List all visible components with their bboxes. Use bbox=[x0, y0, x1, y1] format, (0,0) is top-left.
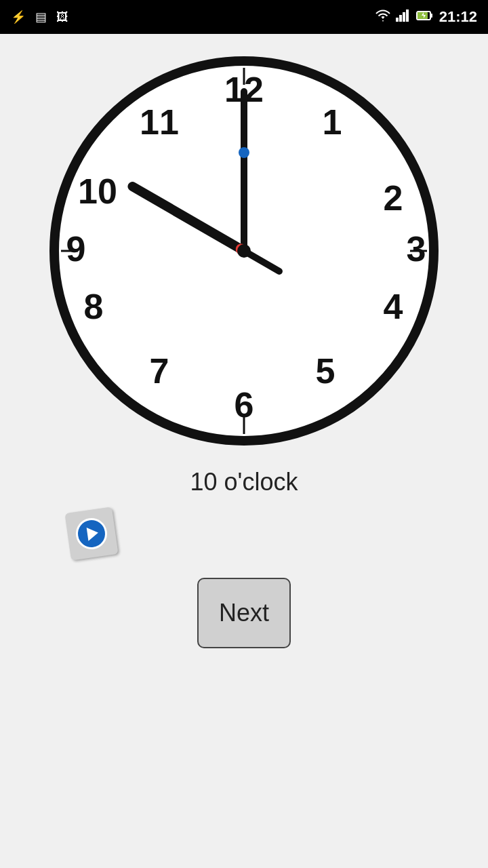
usb-icon: ⚡ bbox=[11, 9, 26, 24]
status-bar: ⚡ ▤ 🖼 bbox=[0, 0, 488, 34]
svg-text:5: 5 bbox=[316, 351, 336, 391]
wifi-icon bbox=[375, 9, 390, 25]
signal-icon bbox=[396, 9, 411, 25]
svg-text:7: 7 bbox=[150, 351, 169, 391]
clock-face: 12 1 2 3 4 5 6 7 8 9 10 11 bbox=[41, 47, 447, 454]
main-content: 12 1 2 3 4 5 6 7 8 9 10 11 bbox=[0, 34, 488, 868]
play-circle-icon bbox=[74, 516, 109, 551]
svg-rect-2 bbox=[403, 12, 405, 22]
svg-text:10: 10 bbox=[78, 172, 117, 211]
clock-label: 10 o'clock bbox=[190, 468, 298, 496]
svg-text:11: 11 bbox=[140, 102, 179, 142]
play-button[interactable] bbox=[64, 507, 118, 560]
svg-rect-3 bbox=[406, 9, 409, 22]
play-triangle-icon bbox=[86, 526, 99, 541]
svg-text:1: 1 bbox=[323, 102, 342, 142]
screenshot-icon: 🖼 bbox=[56, 10, 68, 24]
svg-rect-1 bbox=[399, 15, 402, 22]
svg-rect-5 bbox=[430, 14, 432, 18]
clock-container: 12 1 2 3 4 5 6 7 8 9 10 11 bbox=[41, 47, 447, 454]
next-button[interactable]: Next bbox=[197, 578, 291, 648]
svg-text:8: 8 bbox=[84, 287, 104, 326]
media-icon: ▤ bbox=[35, 9, 47, 24]
svg-rect-0 bbox=[396, 18, 399, 22]
svg-text:4: 4 bbox=[384, 287, 403, 326]
svg-text:2: 2 bbox=[384, 178, 403, 218]
status-time: 21:12 bbox=[439, 8, 477, 26]
svg-text:3: 3 bbox=[407, 229, 426, 269]
battery-icon bbox=[416, 10, 434, 24]
svg-point-25 bbox=[239, 147, 249, 158]
play-area bbox=[0, 510, 488, 557]
svg-point-29 bbox=[237, 244, 251, 258]
svg-text:9: 9 bbox=[66, 229, 86, 269]
